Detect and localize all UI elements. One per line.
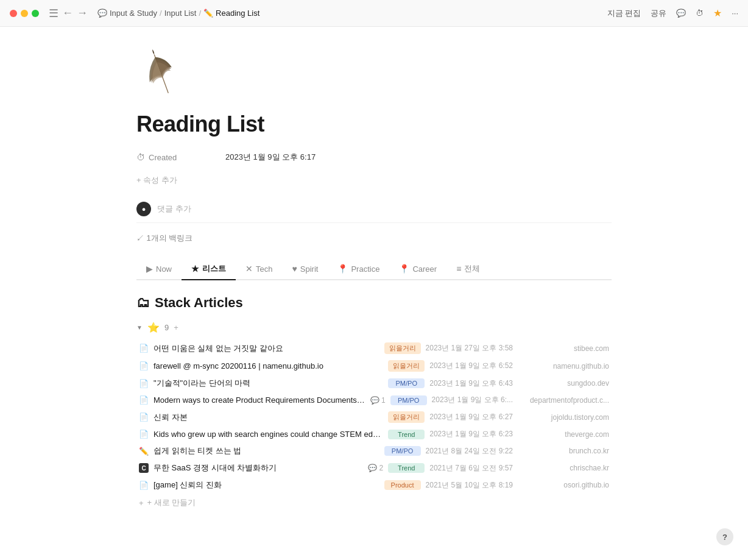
navigation-controls: ☰ ← → [49,7,88,20]
forward-button[interactable]: → [77,7,88,19]
table-row[interactable]: 📄 Kids who grew up with search engines c… [136,426,612,442]
help-label: ? [722,533,727,542]
tab-spirit[interactable]: ♥ Spirit [282,259,328,280]
article-title: 쉽게 읽히는 티켓 쓰는 법 [153,445,379,456]
breadcrumb-item-1[interactable]: Input & Study [110,9,157,18]
comment-area[interactable]: ● 댓글 추가 [136,196,612,223]
maximize-button[interactable] [32,10,39,17]
article-tag: 읽을거리 [384,342,421,354]
add-new-button[interactable]: + + 새로 만들기 [136,494,612,512]
back-button[interactable]: ← [62,7,73,19]
tab-practice[interactable]: 📍 Practice [328,259,389,280]
article-source: chrischae.kr [518,464,609,472]
article-date: 2023년 1월 9일 오후 6:27 [429,412,513,422]
traffic-lights [10,10,39,17]
add-property-button[interactable]: + 속성 추가 [136,172,612,188]
article-source: sungdoo.dev [518,379,609,388]
created-property: ⏱ Created 2023년 1월 9일 오후 6:17 [136,149,612,165]
backlink-label: ↙ 1개의 백링크 [136,233,192,244]
titlebar: ☰ ← → 💬 Input & Study / Input List / ✏️ … [0,0,748,27]
group-count: 9 [164,323,169,332]
group-add-button[interactable]: + [174,323,178,332]
titlebar-actions: 지금 편집 공유 💬 ⏱ ★ ··· [607,7,738,19]
article-title: [game] 신뢰의 진화 [153,480,379,491]
breadcrumb-current: Reading List [216,9,259,18]
article-date: 2021년 5월 10일 오후 8:19 [426,480,513,491]
tab-tech[interactable]: ✕ Tech [236,259,282,280]
add-new-label: + 새로 만들기 [147,497,196,508]
article-source: theverge.com [518,430,609,439]
article-date: 2023년 1월 9일 오후 6:52 [429,361,513,371]
article-title: 신뢰 자본 [153,412,383,423]
article-comment-count: 💬 1 [370,396,386,405]
help-button[interactable]: ? [716,528,733,545]
main-content: Reading List ⏱ Created 2023년 1월 9일 오후 6:… [100,27,648,548]
article-date: 2023년 1월 9일 오후 6:23 [429,429,513,439]
article-title: Kids who grew up with search engines cou… [153,430,383,439]
group-star-icon: ⭐ [147,322,160,333]
star-icon[interactable]: ★ [713,7,722,19]
table-row[interactable]: ✏️ 쉽게 읽히는 티켓 쓰는 법 PM/PO 2021년 8월 24일 오전 … [136,442,612,459]
group-toggle-icon[interactable]: ▼ [136,324,143,331]
avatar: ● [136,202,151,216]
article-tag: Trend [388,463,425,473]
article-tag: Trend [388,430,425,439]
section-emoji: 🗂 [136,295,150,311]
backlink-row[interactable]: ↙ 1개의 백링크 [136,228,612,249]
more-icon[interactable]: ··· [732,9,738,18]
article-date: 2021년 7월 6일 오전 9:57 [429,463,513,473]
article-source: osori.github.io [518,481,609,489]
article-source: stibee.com [518,344,609,353]
created-value: 2023년 1월 9일 오후 6:17 [225,152,316,163]
breadcrumb: 💬 Input & Study / Input List / ✏️ Readin… [97,9,602,18]
article-comment-count: 💬 2 [368,464,383,472]
add-property-label: + 속성 추가 [136,175,177,186]
history-icon[interactable]: ⏱ [696,9,704,18]
tab-practice-icon: 📍 [337,264,348,274]
section-heading: 🗂 Stack Articles [136,295,612,311]
minimize-button[interactable] [21,10,28,17]
hamburger-icon[interactable]: ☰ [49,7,58,20]
created-label: ⏱ Created [136,152,216,162]
tab-career[interactable]: 📍 Career [389,259,446,280]
group-row: ▼ ⭐ 9 + [136,321,612,335]
table-row[interactable]: 📄 Modern ways to create Product Requirem… [136,392,612,408]
article-icon: C [139,463,149,473]
article-icon: 📄 [139,361,149,370]
article-title: "기술적"이라는 단어의 마력 [153,378,383,389]
article-icon: 📄 [139,413,149,422]
tab-all[interactable]: ≡ 전체 [446,258,490,280]
clock-icon: ⏱ [136,152,145,162]
breadcrumb-sep-2: / [199,9,201,18]
article-source: namenu.github.io [518,362,609,370]
tab-tech-label: Tech [256,264,272,274]
article-title: 무한 SaaS 경쟁 시대에 차별화하기 [153,463,363,473]
tab-list[interactable]: ★ 리스트 [182,258,236,280]
add-new-icon: + [139,498,144,508]
table-row[interactable]: 📄 "기술적"이라는 단어의 마력 PM/PO 2023년 1월 9일 오후 6… [136,375,612,392]
share-button[interactable]: 공유 [651,8,666,19]
tab-all-icon: ≡ [456,264,461,274]
article-icon: 📄 [139,395,149,405]
table-row[interactable]: 📄 어떤 미움은 실체 없는 거짓말 같아요 읽을거리 2023년 1월 27일… [136,339,612,357]
comment-icon[interactable]: 💬 [676,9,686,18]
table-row[interactable]: C 무한 SaaS 경쟁 시대에 차별화하기 💬 2 Trend 2021년 7… [136,459,612,477]
breadcrumb-icon-3: ✏️ [203,9,213,18]
article-icon: 📄 [139,344,149,353]
properties-section: ⏱ Created 2023년 1월 9일 오후 6:17 [136,149,612,165]
breadcrumb-item-2[interactable]: Input List [164,9,197,18]
table-row[interactable]: 📄 farewell @ m-sync 20200116 | namenu.gi… [136,357,612,375]
article-title: Modern ways to create Product Requiremen… [153,395,365,405]
section-title: Stack Articles [155,295,243,311]
article-tag: PM/PO [384,446,421,456]
edit-button[interactable]: 지금 편집 [607,8,641,19]
table-row[interactable]: 📄 [game] 신뢰의 진화 Product 2021년 5월 10일 오후 … [136,477,612,494]
table-row[interactable]: 📄 신뢰 자본 읽을거리 2023년 1월 9일 오후 6:27 jojoldu… [136,408,612,426]
close-button[interactable] [10,10,17,17]
breadcrumb-sep-1: / [160,9,162,18]
article-source: departmentofproduct.c... [518,396,609,405]
tab-now[interactable]: ▶ Now [136,259,182,280]
tab-career-label: Career [412,264,437,274]
comment-input[interactable]: 댓글 추가 [157,204,191,214]
article-tag: Product [384,480,421,490]
